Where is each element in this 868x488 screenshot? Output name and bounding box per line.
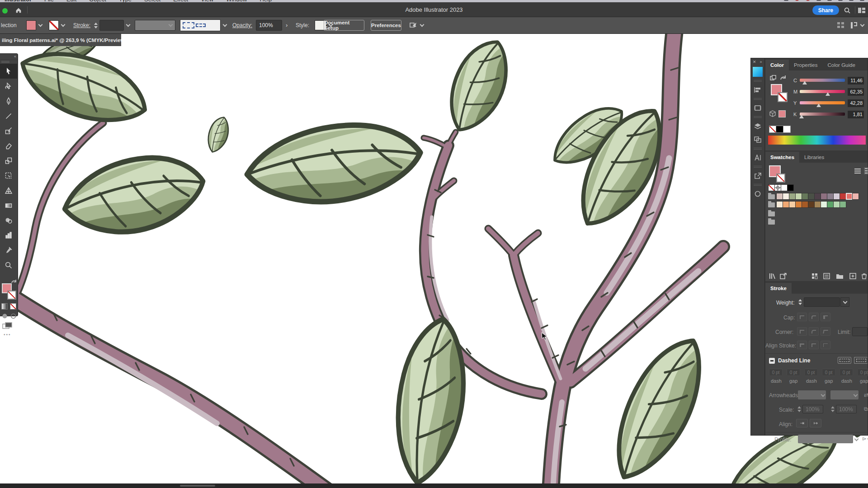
channel-thumb[interactable] — [802, 81, 807, 84]
layers-panel-icon[interactable] — [751, 119, 764, 133]
swatch-color[interactable] — [802, 193, 808, 200]
swatch-color[interactable] — [840, 201, 846, 208]
paintbrush-tool[interactable] — [0, 123, 17, 138]
tab-properties[interactable]: Properties — [789, 60, 822, 70]
arrowhead-swap-icon[interactable]: ⇄ — [864, 392, 868, 398]
cap-round-button[interactable] — [809, 313, 819, 321]
swatch-options-icon[interactable] — [823, 273, 830, 279]
duplicate-icon[interactable] — [770, 75, 777, 81]
dash-field-1[interactable]: 0 pt — [769, 369, 783, 376]
swatch-color[interactable] — [776, 201, 783, 208]
swatch-color[interactable] — [846, 193, 853, 200]
white-swatch[interactable] — [783, 126, 791, 133]
document-setup-button[interactable]: Document Setup — [324, 20, 364, 31]
tools-panel-header[interactable]: « — [0, 54, 18, 60]
swatch-white[interactable] — [781, 184, 788, 191]
search-icon[interactable] — [844, 7, 851, 14]
swatch-color[interactable] — [821, 193, 827, 200]
swatch-color[interactable] — [840, 193, 846, 200]
stroke-color-swatch[interactable] — [49, 20, 59, 30]
cap-projecting-button[interactable] — [821, 313, 830, 321]
swatch-black[interactable] — [787, 184, 794, 191]
weight-field[interactable] — [804, 297, 840, 307]
swatch-color[interactable] — [783, 201, 789, 208]
new-swatch-icon[interactable] — [849, 273, 856, 279]
channel-thumb[interactable] — [826, 92, 830, 96]
swatch-kinds-icon[interactable] — [811, 273, 818, 279]
dash-field-2[interactable]: 0 pt — [804, 369, 818, 376]
dash-align-button[interactable] — [854, 357, 868, 364]
tab-color-guide[interactable]: Color Guide — [822, 60, 860, 70]
color-group-folder-icon[interactable] — [768, 194, 775, 199]
dashed-line-checkbox[interactable] — [769, 358, 775, 364]
scale-tool[interactable] — [0, 153, 17, 168]
stroke-weight-field[interactable] — [99, 20, 124, 31]
swatch-color[interactable] — [789, 193, 796, 200]
color-group-folder-icon-2[interactable] — [768, 202, 775, 207]
stroke-weight-stepper[interactable] — [93, 20, 99, 31]
panel-close-icon[interactable]: ✕ — [753, 60, 756, 64]
export-panel-icon[interactable] — [751, 169, 764, 183]
swatch-libraries-icon[interactable] — [769, 273, 776, 279]
fill-color-swatch[interactable] — [26, 20, 36, 30]
swatch-color[interactable] — [814, 201, 821, 208]
brush-definition-preview[interactable] — [180, 19, 221, 31]
preferences-button[interactable]: Preferences — [371, 20, 401, 31]
black-swatch[interactable] — [776, 126, 783, 133]
swap-colors-icon[interactable] — [780, 75, 787, 81]
swatch-color[interactable] — [833, 193, 840, 200]
channel-slider[interactable] — [800, 101, 845, 104]
opacity-field[interactable]: 100% — [256, 20, 282, 31]
color-group-folder-icon-3[interactable] — [768, 211, 775, 216]
channel-value[interactable]: 11,46 — [848, 77, 864, 84]
column-graph-tool[interactable] — [0, 228, 17, 243]
pathfinder-panel-icon[interactable] — [751, 133, 764, 146]
swatch-color[interactable] — [776, 193, 783, 200]
perspective-grid-tool[interactable] — [0, 183, 17, 198]
draw-normal-icon[interactable] — [2, 313, 8, 319]
gap-field-1[interactable]: 0 pt — [787, 369, 800, 376]
add-to-library-icon[interactable] — [780, 273, 787, 279]
panel-collapse-icon[interactable]: » — [760, 60, 762, 64]
swatch-color[interactable] — [808, 201, 815, 208]
color-group-folder-icon-4[interactable] — [768, 220, 775, 225]
arrange-documents-icon[interactable] — [850, 21, 858, 29]
gradient-panel-icon[interactable] — [751, 187, 764, 201]
scale-x-field[interactable]: 100% — [802, 405, 823, 413]
free-transform-tool[interactable] — [0, 168, 17, 183]
swatch-none[interactable] — [768, 184, 775, 191]
toolbar-ellipsis-icon[interactable]: ••• — [4, 332, 11, 337]
color-stroke-proxy[interactable] — [778, 92, 788, 102]
align-stroke-center-button[interactable] — [797, 341, 807, 349]
gradient-tool[interactable] — [0, 198, 17, 213]
dash-preserve-button[interactable] — [838, 357, 851, 364]
cap-butt-button[interactable] — [797, 313, 807, 321]
align-stroke-outside-button[interactable] — [821, 341, 830, 349]
color-grid-panel-icon[interactable] — [751, 65, 764, 79]
share-button[interactable]: Share — [812, 5, 839, 15]
detail-view-icon[interactable] — [864, 167, 868, 174]
channel-thumb[interactable] — [799, 115, 804, 118]
corner-bevel-button[interactable] — [821, 327, 830, 336]
new-color-group-icon[interactable] — [836, 273, 844, 279]
align-dash-button-2[interactable]: ↦ — [810, 419, 821, 427]
brush-chevron-icon[interactable] — [223, 23, 227, 27]
zoom-tool[interactable] — [0, 258, 17, 272]
swatch-color[interactable] — [827, 201, 834, 208]
scale-y-field[interactable]: 100% — [836, 405, 857, 413]
fill-chevron-icon[interactable] — [38, 23, 43, 27]
opacity-label[interactable]: Opacity: — [232, 22, 252, 28]
tab-stroke[interactable]: Stroke — [765, 283, 792, 294]
color-spectrum-bar[interactable] — [768, 136, 866, 145]
artboard-tool-icon[interactable] — [2, 322, 12, 329]
spot-color-swatch[interactable] — [778, 110, 786, 117]
align-panel-icon[interactable] — [751, 83, 764, 97]
swatch-color[interactable] — [833, 201, 840, 208]
channel-slider[interactable] — [800, 90, 845, 93]
none-mode-icon[interactable] — [10, 303, 16, 310]
align-options-icon[interactable] — [409, 21, 418, 29]
scale-link-icon[interactable]: ⧉ — [864, 406, 868, 412]
pen-tool[interactable] — [0, 94, 17, 108]
weight-dropdown[interactable] — [840, 297, 849, 307]
stroke-proxy-swatch[interactable] — [7, 291, 16, 300]
